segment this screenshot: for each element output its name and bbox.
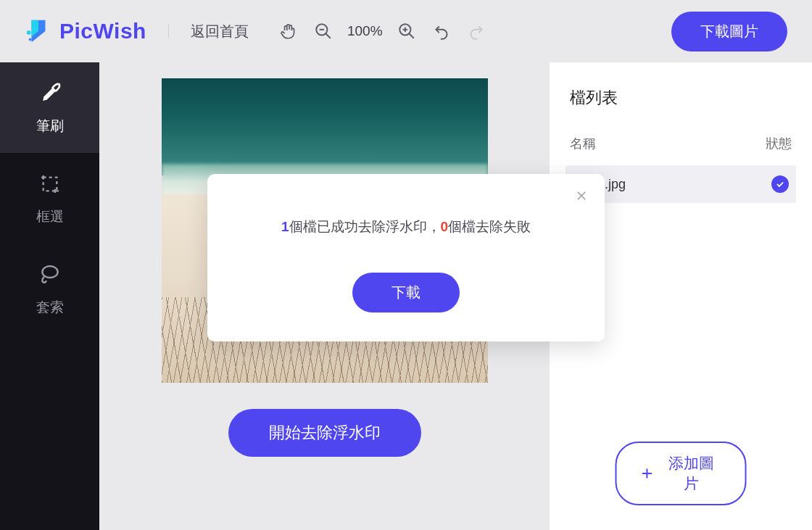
download-image-button[interactable]: 下載圖片: [671, 12, 787, 51]
svg-point-10: [42, 266, 57, 278]
sidebar-item-label: 套索: [36, 298, 64, 317]
success-count: 1: [281, 219, 289, 234]
svg-point-0: [27, 30, 31, 35]
svg-rect-9: [43, 177, 57, 191]
hand-icon[interactable]: [278, 20, 299, 42]
modal-download-button[interactable]: 下載: [352, 273, 460, 312]
fail-count: 0: [441, 219, 449, 234]
col-status: 狀態: [766, 135, 792, 152]
svg-point-1: [29, 38, 32, 41]
col-name: 名稱: [570, 135, 596, 152]
svg-line-6: [409, 33, 414, 38]
sidebar-item-label: 筆刷: [36, 117, 64, 136]
header: PicWish 返回首頁 100%: [0, 0, 812, 62]
undo-icon[interactable]: [431, 20, 452, 42]
back-home-link[interactable]: 返回首頁: [191, 22, 249, 41]
lasso-icon: [37, 262, 63, 288]
modal-message: 1個檔已成功去除浮水印，0個檔去除失敗: [281, 218, 531, 236]
zoom-in-icon[interactable]: [396, 20, 418, 42]
close-icon[interactable]: [573, 187, 590, 204]
brush-icon: [37, 80, 63, 107]
sidebar: 筆刷 框選 套索: [0, 62, 99, 530]
add-image-button[interactable]: 添加圖片: [616, 442, 747, 505]
svg-line-3: [326, 33, 331, 38]
add-image-label: 添加圖片: [661, 453, 721, 494]
start-remove-watermark-button[interactable]: 開始去除浮水印: [228, 409, 421, 457]
sidebar-item-lasso[interactable]: 套索: [0, 244, 99, 334]
brand-text: PicWish: [59, 19, 146, 44]
logo[interactable]: PicWish: [25, 17, 146, 45]
zoom-level: 100%: [347, 23, 383, 39]
zoom-out-icon[interactable]: [312, 20, 334, 42]
crop-icon: [37, 171, 63, 197]
panel-title: 檔列表: [566, 87, 796, 109]
redo-icon[interactable]: [465, 20, 487, 42]
plus-icon: [640, 466, 655, 481]
logo-mark-icon: [25, 17, 52, 45]
status-success-icon: [771, 175, 789, 193]
sidebar-item-brush[interactable]: 筆刷: [0, 62, 99, 153]
sidebar-item-crop[interactable]: 框選: [0, 153, 99, 244]
toolbar: 100%: [278, 20, 487, 42]
sidebar-item-label: 框選: [36, 207, 64, 226]
result-modal: 1個檔已成功去除浮水印，0個檔去除失敗 下載: [207, 174, 605, 341]
list-header: 名稱 狀態: [566, 135, 796, 162]
separator: [168, 24, 169, 38]
